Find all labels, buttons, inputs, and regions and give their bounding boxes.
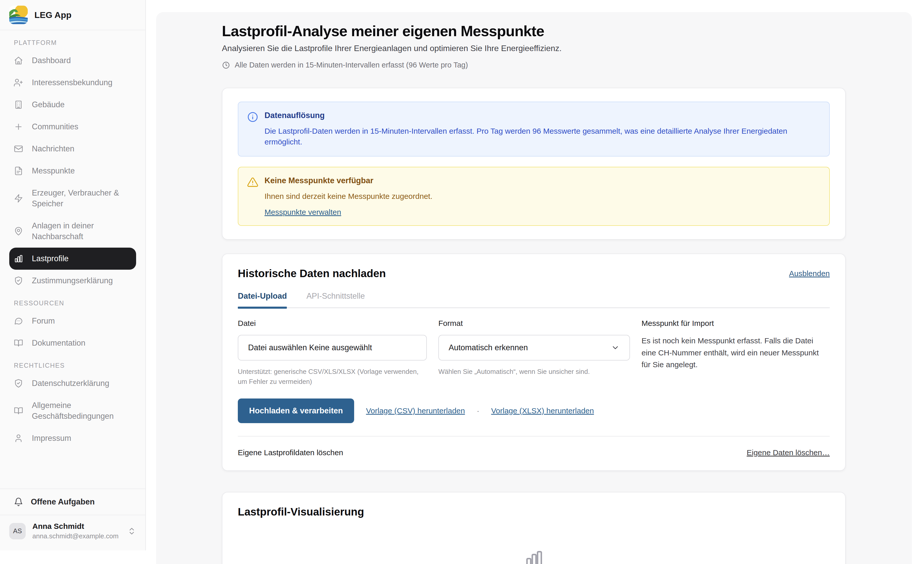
info-icon <box>247 111 258 123</box>
app-logo-icon <box>9 6 28 24</box>
sidebar-item-datenschutzerklärung[interactable]: Datenschutzerklärung <box>9 373 136 394</box>
user-email: anna.schmidt@example.com <box>32 532 121 540</box>
bar-chart-icon <box>14 254 23 263</box>
chevron-down-icon <box>611 343 620 352</box>
sidebar-item-label: Datenschutzerklärung <box>32 378 110 389</box>
info-notice: Datenauflösung Die Lastprofil-Daten werd… <box>238 102 830 157</box>
user-menu[interactable]: AS Anna Schmidt anna.schmidt@example.com <box>0 515 146 551</box>
sidebar-item-nachrichten[interactable]: Nachrichten <box>9 138 136 160</box>
visualization-card: Lastprofil-Visualisierung Keine Daten ve… <box>222 492 846 564</box>
bar-chart-icon <box>524 549 544 564</box>
notices-card: Datenauflösung Die Lastprofil-Daten werd… <box>222 88 846 240</box>
tab-datei-upload[interactable]: Datei-Upload <box>238 292 287 307</box>
sidebar-item-label: Communities <box>32 121 78 132</box>
file-field-label: Datei <box>238 319 427 328</box>
format-helper-text: Wählen Sie „Automatisch“, wenn Sie unsic… <box>438 367 630 377</box>
sidebar-item-label: Forum <box>32 316 55 326</box>
user-meta: Anna Schmidt anna.schmidt@example.com <box>32 522 121 540</box>
sidebar-item-label: Anlagen in deiner Nachbarschaft <box>32 220 132 242</box>
chevrons-up-down-icon[interactable] <box>128 527 136 536</box>
upload-card: Historische Daten nachladen Ausblenden D… <box>222 253 846 471</box>
map-pin-icon <box>14 227 23 236</box>
nav-section: RECHTLICHESDatenschutzerklärungAllgemein… <box>9 362 136 449</box>
sidebar-item-communities[interactable]: Communities <box>9 116 136 138</box>
info-notice-body: Die Lastprofil-Daten werden in 15-Minute… <box>264 126 820 147</box>
sidebar-nav: PLATTFORMDashboardInteressensbekundungGe… <box>0 30 146 489</box>
messpunkt-label: Messpunkt für Import <box>642 319 830 328</box>
sidebar-item-label: Gebäude <box>32 99 65 110</box>
warning-notice-body: Ihnen sind derzeit keine Messpunkte zuge… <box>264 192 432 200</box>
page-meta-text: Alle Daten werden in 15-Minuten-Interval… <box>235 61 468 69</box>
upload-tabs: Datei-Upload API-Schnittstelle <box>238 292 830 308</box>
app-header[interactable]: LEG App <box>0 0 146 30</box>
hide-link[interactable]: Ausblenden <box>789 269 830 278</box>
nav-section: PLATTFORMDashboardInteressensbekundungGe… <box>9 39 136 292</box>
sidebar-item-label: Messpunkte <box>32 166 75 176</box>
open-tasks-label: Offene Aufgaben <box>31 497 95 507</box>
sidebar-item-label: Allgemeine Geschäftsbedingungen <box>32 400 132 422</box>
home-icon <box>14 56 23 65</box>
warning-notice-title: Keine Messpunkte verfügbar <box>264 176 432 185</box>
sidebar-item-zustimmungserklärung[interactable]: Zustimmungserklärung <box>9 270 136 292</box>
zap-icon <box>14 194 23 203</box>
mail-icon <box>14 144 23 153</box>
user-icon <box>14 434 23 443</box>
book-open-icon <box>14 406 23 416</box>
sidebar-item-label: Zustimmungserklärung <box>32 275 113 286</box>
format-field-label: Format <box>438 319 630 328</box>
messpunkt-text: Es ist noch kein Messpunkt erfasst. Fall… <box>642 335 830 371</box>
file-helper-text: Unterstützt: generische CSV/XLS/XLSX (Vo… <box>238 367 427 387</box>
user-name: Anna Schmidt <box>32 522 121 531</box>
file-input[interactable]: Datei auswählen Keine ausgewählt <box>238 335 427 361</box>
building-icon <box>14 100 23 109</box>
sidebar-item-impressum[interactable]: Impressum <box>9 427 136 449</box>
open-tasks-button[interactable]: Offene Aufgaben <box>0 489 146 515</box>
sidebar-item-label: Lastprofile <box>32 253 69 264</box>
warning-triangle-icon <box>247 177 258 188</box>
page-subtitle: Analysieren Sie die Lastprofile Ihrer En… <box>222 43 846 53</box>
format-field-column: Format Automatisch erkennen Wählen Sie „… <box>438 319 630 387</box>
template-csv-link[interactable]: Vorlage (CSV) herunterladen <box>366 407 465 415</box>
file-text-icon <box>14 166 23 175</box>
sidebar: LEG App PLATTFORMDashboardInteressensbek… <box>0 0 146 551</box>
shield-check-icon <box>14 276 23 285</box>
format-select[interactable]: Automatisch erkennen <box>438 335 630 361</box>
upload-card-title: Historische Daten nachladen <box>238 267 386 280</box>
delete-own-data-label: Eigene Lastprofildaten löschen <box>238 448 343 457</box>
tab-api-schnittstelle[interactable]: API-Schnittstelle <box>306 292 364 307</box>
visualization-title: Lastprofil-Visualisierung <box>238 506 830 518</box>
sidebar-item-anlagen-in-deiner-nachbarschaft[interactable]: Anlagen in deiner Nachbarschaft <box>9 215 136 248</box>
nav-section: RESSOURCENForumDokumentation <box>9 299 136 354</box>
sidebar-item-dokumentation[interactable]: Dokumentation <box>9 332 136 354</box>
messpunkt-column: Messpunkt für Import Es ist noch kein Me… <box>642 319 830 387</box>
manage-messpunkte-link[interactable]: Messpunkte verwalten <box>264 208 341 217</box>
warning-notice: Keine Messpunkte verfügbar Ihnen sind de… <box>238 167 830 226</box>
nav-section-label: RESSOURCEN <box>14 299 136 307</box>
sidebar-item-allgemeine-geschäftsbedingungen[interactable]: Allgemeine Geschäftsbedingungen <box>9 394 136 427</box>
delete-own-data-link[interactable]: Eigene Daten löschen… <box>747 448 830 457</box>
file-field-column: Datei Datei auswählen Keine ausgewählt U… <box>238 319 427 387</box>
avatar: AS <box>9 523 26 539</box>
sidebar-item-erzeuger-verbraucher-speicher[interactable]: Erzeuger, Verbraucher & Speicher <box>9 182 136 215</box>
sidebar-item-forum[interactable]: Forum <box>9 310 136 332</box>
sidebar-item-interessensbekundung[interactable]: Interessensbekundung <box>9 72 136 94</box>
format-select-value: Automatisch erkennen <box>448 343 528 352</box>
sidebar-item-label: Dokumentation <box>32 338 86 349</box>
sidebar-item-label: Impressum <box>32 433 71 444</box>
sidebar-item-label: Interessensbekundung <box>32 77 112 88</box>
sidebar-item-lastprofile[interactable]: Lastprofile <box>9 248 136 270</box>
page-meta: Alle Daten werden in 15-Minuten-Interval… <box>222 61 846 69</box>
sidebar-item-messpunkte[interactable]: Messpunkte <box>9 160 136 182</box>
sidebar-item-label: Dashboard <box>32 55 71 66</box>
card-divider <box>238 436 830 437</box>
nav-section-label: PLATTFORM <box>14 39 136 46</box>
app-title: LEG App <box>34 10 71 20</box>
sidebar-item-dashboard[interactable]: Dashboard <box>9 49 136 72</box>
sidebar-item-label: Nachrichten <box>32 144 74 154</box>
template-xlsx-link[interactable]: Vorlage (XLSX) herunterladen <box>491 407 594 415</box>
book-open-icon <box>14 338 23 348</box>
clock-icon <box>222 61 230 69</box>
empty-state: Keine Daten verfügbar Wählen Sie einen M… <box>238 549 830 564</box>
sidebar-item-gebäude[interactable]: Gebäude <box>9 94 136 116</box>
upload-button[interactable]: Hochladen & verarbeiten <box>238 398 354 423</box>
